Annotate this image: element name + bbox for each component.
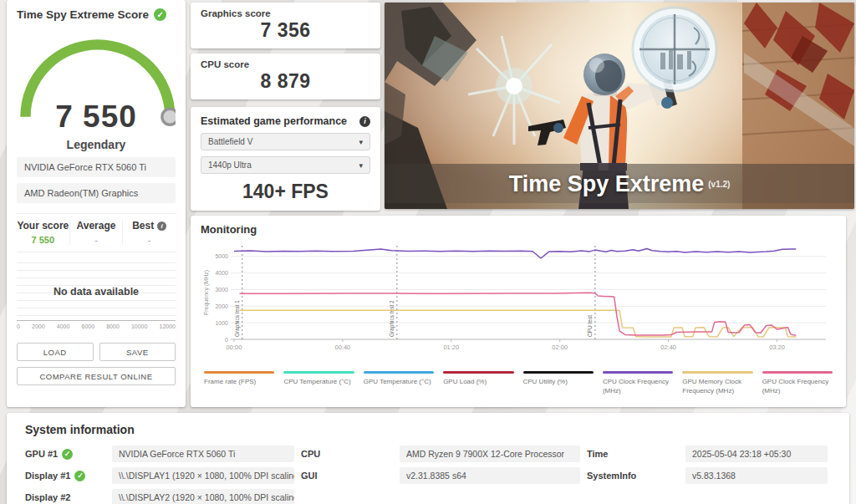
legend-color-bar bbox=[204, 371, 274, 374]
legend-label: CPU Utility (%) bbox=[523, 378, 594, 387]
info-icon[interactable]: i bbox=[157, 221, 166, 231]
legend-label: CPU Clock Frequency (MHz) bbox=[603, 378, 673, 396]
average-label: Average bbox=[70, 220, 123, 232]
svg-text:4000: 4000 bbox=[215, 270, 228, 276]
compare-result-online-button[interactable]: COMPARE RESULT ONLINE bbox=[17, 367, 176, 385]
legend-item: CPU Temperature (°C) bbox=[283, 371, 354, 396]
axis-tick: 0 bbox=[17, 323, 20, 329]
time-value: 2025-05-04 23:18 +05:30 bbox=[685, 445, 828, 462]
benchmark-name: Time Spy Extreme bbox=[509, 171, 705, 197]
cpu-value: AMD Ryzen 9 7900X 12-Core Processor bbox=[400, 445, 580, 462]
your-score-value: 7 550 bbox=[17, 235, 69, 245]
svg-text:00:40: 00:40 bbox=[335, 344, 351, 351]
your-score-col: Your score 7 550 bbox=[17, 220, 69, 245]
legend-color-bar bbox=[603, 371, 673, 374]
svg-text:2000: 2000 bbox=[215, 303, 228, 309]
score-card: Time Spy Extreme Score ✓ 7 550 Legendary… bbox=[7, 0, 186, 407]
save-button[interactable]: SAVE bbox=[99, 343, 176, 361]
axis-tick: 4000 bbox=[57, 323, 70, 329]
game-select-value: Battlefield V bbox=[208, 137, 252, 146]
gpu-name-row: AMD Radeon(TM) Graphics bbox=[17, 183, 176, 203]
systeminfo-value: v5.83.1368 bbox=[685, 467, 828, 484]
time-label: Time bbox=[587, 449, 679, 459]
legend-item: Frame rate (FPS) bbox=[204, 371, 274, 396]
svg-text:03:20: 03:20 bbox=[769, 344, 785, 351]
graphics-score-value: 7 356 bbox=[201, 19, 370, 42]
legend-label: GPU Temperature (°C) bbox=[364, 378, 434, 387]
svg-text:0: 0 bbox=[225, 337, 228, 343]
no-data-message: No data available bbox=[17, 286, 176, 298]
legend-color-bar bbox=[443, 371, 513, 374]
svg-text:1000: 1000 bbox=[215, 320, 228, 326]
svg-text:5000: 5000 bbox=[215, 253, 228, 259]
legend-label: Frame rate (FPS) bbox=[204, 378, 274, 387]
graphics-score-card: Graphics score 7 356 bbox=[191, 3, 380, 48]
score-gauge: 7 550 bbox=[17, 33, 176, 130]
monitoring-title: Monitoring bbox=[201, 223, 836, 236]
legend-label: GPU Clock Frequency (MHz) bbox=[762, 378, 833, 396]
legend-item: GPU Memory Clock Frequency (MHz) bbox=[682, 371, 752, 396]
gpu-name-row: NVIDIA GeForce RTX 5060 Ti bbox=[17, 157, 176, 177]
svg-text:02:40: 02:40 bbox=[660, 344, 676, 351]
check-icon: ✓ bbox=[74, 471, 85, 481]
estimated-performance-title: Estimated game performance bbox=[201, 115, 347, 127]
histogram-axis: 0 2000 4000 6000 8000 10000 12000 bbox=[17, 323, 176, 329]
display1-value: \\.\DISPLAY1 (1920 × 1080, 100% DPI scal… bbox=[112, 467, 294, 484]
svg-text:CPU test: CPU test bbox=[587, 315, 593, 337]
best-label: Best bbox=[132, 220, 154, 232]
axis-tick: 10000 bbox=[131, 323, 147, 329]
info-icon[interactable]: i bbox=[359, 116, 370, 127]
estimated-performance-card: Estimated game performance i Battlefield… bbox=[191, 107, 380, 211]
game-select[interactable]: Battlefield V ▾ bbox=[201, 133, 370, 150]
svg-text:Frequency (MHz): Frequency (MHz) bbox=[203, 270, 210, 315]
system-info-title: System information bbox=[25, 423, 831, 436]
display1-label-text: Display #1 bbox=[25, 471, 70, 481]
cpu-score-value: 8 879 bbox=[201, 70, 370, 93]
score-compare-row: Your score 7 550 Average - Best i - bbox=[17, 213, 176, 252]
axis-tick: 12000 bbox=[160, 323, 176, 329]
svg-text:00:00: 00:00 bbox=[227, 344, 242, 351]
legend-color-bar bbox=[762, 371, 833, 374]
gpu1-label: GPU #1 ✓ bbox=[25, 449, 105, 460]
score-distribution-histogram: No data available bbox=[17, 262, 176, 321]
svg-text:3000: 3000 bbox=[215, 287, 228, 293]
axis-tick: 2000 bbox=[32, 323, 45, 329]
chevron-down-icon: ▾ bbox=[359, 161, 363, 170]
hero-clock-lens bbox=[633, 8, 716, 91]
monitoring-panel: Monitoring 01000200030004000500000:0000:… bbox=[191, 216, 846, 407]
systeminfo-label: SystemInfo bbox=[587, 471, 679, 481]
average-value: - bbox=[70, 235, 123, 245]
legend-item: GPU Load (%) bbox=[443, 371, 513, 396]
cpu-label: CPU bbox=[301, 449, 393, 459]
score-tier-label: Legendary bbox=[17, 138, 176, 151]
legend-label: GPU Memory Clock Frequency (MHz) bbox=[682, 378, 752, 396]
monitoring-chart: 01000200030004000500000:0000:4001:2002:0… bbox=[201, 239, 836, 366]
display2-label: Display #2 bbox=[25, 492, 105, 502]
best-score-col: Best i - bbox=[122, 220, 176, 245]
your-score-label: Your score bbox=[17, 220, 69, 232]
check-icon: ✓ bbox=[62, 449, 73, 460]
display1-label: Display #1 ✓ bbox=[25, 471, 105, 481]
system-info-panel: System information GPU #1 ✓ NVIDIA GeFor… bbox=[7, 413, 849, 504]
resolution-preset-select[interactable]: 1440p Ultra ▾ bbox=[201, 156, 370, 174]
gpu1-value: NVIDIA GeForce RTX 5060 Ti bbox=[112, 445, 294, 462]
load-button[interactable]: LOAD bbox=[17, 343, 94, 361]
monitoring-legend: Frame rate (FPS)CPU Temperature (°C)GPU … bbox=[201, 371, 836, 396]
legend-item: GPU Clock Frequency (MHz) bbox=[762, 371, 833, 396]
gui-label: GUI bbox=[301, 471, 393, 481]
svg-text:02:00: 02:00 bbox=[552, 344, 568, 351]
legend-color-bar bbox=[364, 371, 434, 374]
legend-item: CPU Utility (%) bbox=[523, 371, 594, 396]
gui-value: v2.31.8385 s64 bbox=[400, 467, 580, 484]
benchmark-hero-banner: Time Spy Extreme (v1.2) bbox=[385, 3, 854, 209]
cpu-score-label: CPU score bbox=[201, 59, 370, 69]
svg-text:01:20: 01:20 bbox=[443, 344, 459, 351]
graphics-score-label: Graphics score bbox=[201, 8, 370, 18]
svg-text:Graphics test 2: Graphics test 2 bbox=[389, 300, 395, 337]
cpu-score-card: CPU score 8 879 bbox=[191, 53, 380, 99]
legend-color-bar bbox=[283, 371, 354, 374]
benchmark-version: (v1.2) bbox=[708, 180, 730, 189]
legend-label: GPU Load (%) bbox=[443, 378, 513, 387]
average-score-col: Average - bbox=[69, 220, 123, 245]
legend-label: CPU Temperature (°C) bbox=[283, 378, 354, 387]
